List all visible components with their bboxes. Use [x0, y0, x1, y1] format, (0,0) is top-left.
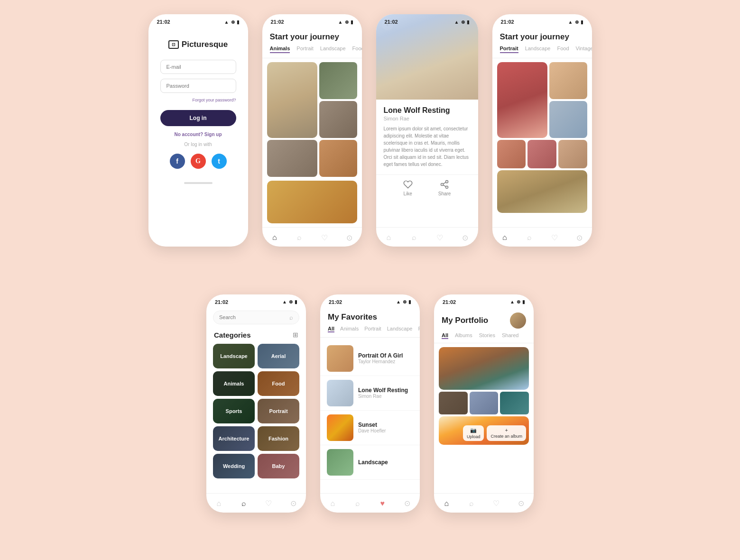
tab-all[interactable]: All	[442, 332, 448, 339]
photo-cell-lion[interactable]	[267, 181, 357, 223]
page-title: Start your journey	[492, 27, 592, 46]
nav-search-icon[interactable]: ⌕	[294, 232, 305, 243]
signal-icon: ▲	[224, 19, 229, 25]
fav-thumb-portrait	[327, 345, 353, 372]
nav-home-icon[interactable]: ⌂	[441, 498, 452, 509]
category-landscape[interactable]: Landscape	[213, 344, 255, 368]
nav-heart-icon[interactable]: ♥	[377, 498, 388, 509]
nav-user-icon[interactable]: ⊙	[516, 498, 527, 509]
nav-search-icon[interactable]: ⌕	[409, 232, 419, 243]
grid-view-icon[interactable]: ⊞	[293, 331, 298, 339]
bottom-nav: ⌂ ⌕ ♡ ⊙	[206, 493, 306, 513]
status-bar: 21:02 ▲ ⊛ ▮	[148, 14, 248, 27]
tab-portrait[interactable]: Portrait	[296, 46, 313, 53]
photo-cell-sm4[interactable]	[319, 140, 357, 177]
fav-item-sunset[interactable]: Sunset Dave Hoefler	[320, 411, 420, 445]
tab-food[interactable]: Foo...	[418, 326, 420, 332]
category-portrait[interactable]: Portrait	[258, 399, 299, 423]
bottom-nav: ⌂ ⌕ ♡ ⊙	[262, 227, 362, 247]
nav-search-icon[interactable]: ⌕	[466, 498, 477, 509]
nav-heart-icon[interactable]: ♡	[263, 498, 274, 509]
nav-user-icon[interactable]: ⊙	[288, 498, 299, 509]
category-wedding[interactable]: Wedding	[213, 454, 255, 478]
portrait-sm2[interactable]	[549, 101, 587, 138]
photo-cell-sm1[interactable]	[319, 62, 357, 99]
facebook-login-button[interactable]: f	[170, 154, 185, 169]
password-field[interactable]	[160, 79, 236, 93]
nav-user-icon[interactable]: ⊙	[574, 232, 584, 243]
nav-user-icon[interactable]: ⊙	[344, 232, 354, 243]
nav-home-icon[interactable]: ⌂	[500, 232, 510, 243]
portfolio-main-photo[interactable]	[439, 347, 529, 390]
portrait-sm1[interactable]	[549, 62, 587, 99]
nav-heart-icon[interactable]: ♡	[435, 232, 445, 243]
nav-home-icon[interactable]: ⌂	[213, 498, 224, 509]
portrait-main-photo[interactable]	[497, 62, 547, 138]
nav-search-icon[interactable]: ⌕	[352, 498, 363, 509]
search-input[interactable]	[219, 314, 287, 320]
tab-animals[interactable]: Animals	[270, 46, 290, 53]
google-login-button[interactable]: G	[191, 154, 206, 169]
tab-portrait[interactable]: Portrait	[500, 46, 518, 53]
tab-landscape[interactable]: Landscape	[387, 326, 413, 332]
create-album-button[interactable]: + Create an album	[487, 425, 526, 441]
category-architecture[interactable]: Architecture	[213, 426, 255, 451]
category-aerial[interactable]: Aerial	[258, 344, 299, 368]
status-icons: ▲ ⊛ ▮	[454, 19, 470, 25]
tab-shared[interactable]: Shared	[502, 332, 518, 339]
nav-home-icon[interactable]: ⌂	[327, 498, 338, 509]
fav-item-wolf[interactable]: Lone Wolf Resting Simon Rae	[320, 376, 420, 411]
nav-heart-icon[interactable]: ♡	[549, 232, 560, 243]
wifi-icon: ⊛	[575, 19, 579, 25]
fav-item-landscape[interactable]: Landscape	[320, 445, 420, 480]
wifi-icon: ⊛	[231, 19, 235, 25]
portfolio-last-photo[interactable]: 📷 Upload + Create an album	[439, 416, 529, 445]
tab-all[interactable]: All	[328, 326, 334, 332]
nav-search-icon[interactable]: ⌕	[524, 232, 535, 243]
category-fashion[interactable]: Fashion	[258, 426, 299, 451]
tab-landscape[interactable]: Landscape	[525, 46, 551, 53]
tab-stories[interactable]: Stories	[479, 332, 495, 339]
category-sports[interactable]: Sports	[213, 399, 255, 423]
photo-cell-large[interactable]	[267, 62, 317, 138]
category-animals[interactable]: Animals	[213, 371, 255, 396]
nav-home-icon[interactable]: ⌂	[269, 232, 280, 243]
nav-heart-icon[interactable]: ♡	[491, 498, 501, 509]
like-action[interactable]: Like	[403, 180, 413, 196]
status-bar: 21:02 ▲ ⊛ ▮	[206, 294, 306, 307]
tab-animals[interactable]: Animals	[340, 326, 359, 332]
portrait-mid3[interactable]	[558, 140, 587, 168]
portfolio-cell-1[interactable]	[439, 392, 468, 414]
share-action[interactable]: Share	[438, 180, 451, 196]
category-baby[interactable]: Baby	[258, 454, 299, 478]
signup-link[interactable]: Sign up	[204, 132, 222, 137]
forgot-password-link[interactable]: Forgot your password?	[160, 98, 236, 102]
nav-search-icon[interactable]: ⌕	[239, 498, 249, 509]
tab-albums[interactable]: Albums	[455, 332, 472, 339]
tab-landscape[interactable]: Landscape	[320, 46, 346, 53]
login-button[interactable]: Log in	[160, 110, 236, 126]
portrait-mid1[interactable]	[497, 140, 526, 168]
user-avatar[interactable]	[510, 312, 526, 329]
nav-home-icon[interactable]: ⌂	[383, 232, 394, 243]
tab-portrait[interactable]: Portrait	[364, 326, 381, 332]
nav-user-icon[interactable]: ⊙	[460, 232, 471, 243]
category-food[interactable]: Food	[258, 371, 299, 396]
portfolio-cell-2[interactable]	[470, 392, 499, 414]
time: 21:02	[329, 299, 342, 305]
tab-vintage[interactable]: Vintage	[576, 46, 592, 53]
phone-journey: 21:02 ▲ ⊛ ▮ Start your journey Animals P…	[262, 14, 362, 247]
photo-cell-sm2[interactable]	[319, 101, 357, 138]
nav-heart-icon[interactable]: ♡	[319, 232, 330, 243]
portfolio-cell-3[interactable]	[500, 392, 529, 414]
photo-cell-sm3[interactable]	[267, 140, 317, 177]
fav-item-portrait[interactable]: Portrait Of A Girl Taylor Hernandez	[320, 341, 420, 376]
portrait-mid2[interactable]	[527, 140, 556, 168]
tab-food[interactable]: Food	[352, 46, 362, 53]
tab-food[interactable]: Food	[557, 46, 569, 53]
email-field[interactable]	[160, 60, 236, 74]
portrait-bottom-photo[interactable]	[497, 170, 587, 213]
twitter-login-button[interactable]: t	[212, 154, 227, 169]
nav-user-icon[interactable]: ⊙	[402, 498, 413, 509]
upload-button[interactable]: 📷 Upload	[463, 425, 484, 441]
